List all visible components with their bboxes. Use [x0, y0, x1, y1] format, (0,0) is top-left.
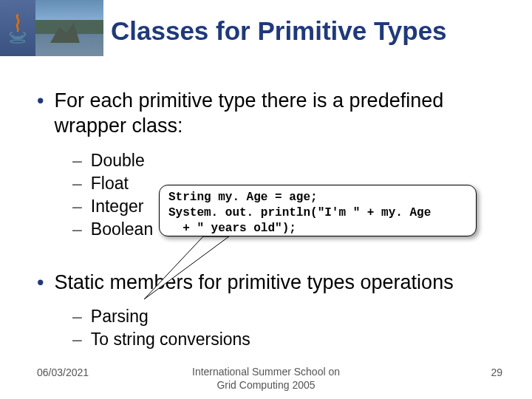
bullet-1-text: For each primitive type there is a prede…: [54, 89, 510, 139]
dash-icon: –: [72, 149, 82, 172]
sub-item: To string conversions: [91, 328, 250, 351]
header-landscape-image: [35, 0, 103, 56]
dash-icon: –: [72, 195, 82, 218]
bullet-dot-icon: •: [37, 270, 44, 296]
dash-icon: –: [72, 172, 82, 195]
code-callout: String my. Age = age; System. out. print…: [159, 185, 477, 236]
bullet-dot-icon: •: [37, 89, 44, 139]
bullet-2: • Static members for primitive types ope…: [37, 270, 510, 352]
bullet-2-text: Static members for primitive types opera…: [54, 270, 453, 296]
sub-item: Float: [91, 172, 129, 195]
sub-item: Double: [91, 149, 145, 172]
footer-date: 06/03/2021: [37, 366, 89, 378]
dash-icon: –: [72, 218, 82, 241]
dash-icon: –: [72, 305, 82, 328]
sub-item: Integer: [91, 195, 144, 218]
callout-tail: [133, 229, 244, 303]
footer-page-number: 29: [491, 366, 502, 378]
sub-item: Parsing: [91, 305, 149, 328]
svg-point-0: [10, 40, 25, 43]
java-logo-icon: [0, 0, 35, 56]
slide-footer: 06/03/2021 International Summer School o…: [0, 365, 532, 392]
code-snippet: String my. Age = age; System. out. print…: [168, 190, 467, 236]
slide-title: Classes for Primitive Types: [111, 16, 525, 46]
dash-icon: –: [72, 328, 82, 351]
